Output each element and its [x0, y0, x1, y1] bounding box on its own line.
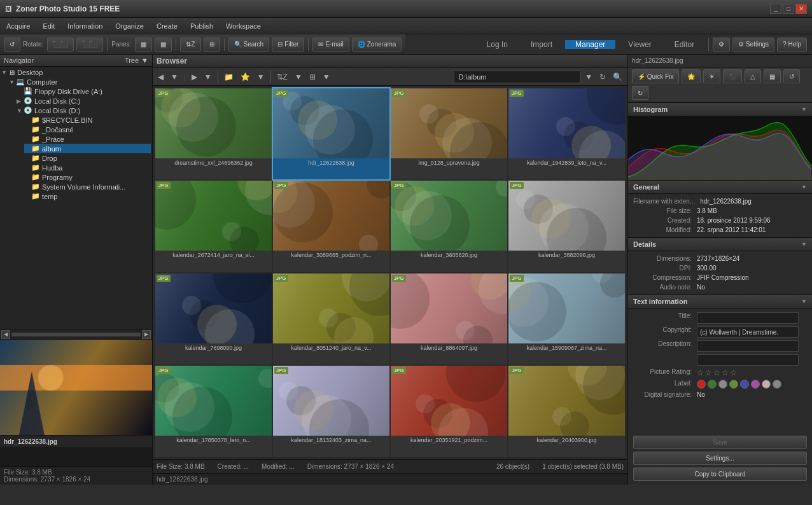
- path-input[interactable]: [454, 71, 580, 83]
- tree-item-computer[interactable]: ▼ 💻 Computer: [9, 77, 151, 86]
- star-1[interactable]: ☆: [697, 368, 704, 377]
- copyright-input[interactable]: [697, 326, 799, 338]
- rotate-button-1[interactable]: ⬛⬛: [47, 38, 74, 52]
- email-button[interactable]: ✉ E-mail: [312, 38, 349, 52]
- menu-acquire[interactable]: Acquire: [0, 18, 36, 34]
- sort-button[interactable]: ⇅Z: [180, 38, 200, 52]
- star-3[interactable]: ☆: [713, 368, 720, 377]
- folder-back-btn[interactable]: ◀: [1, 330, 10, 339]
- qf-btn7[interactable]: ↻: [632, 86, 648, 100]
- qf-btn1[interactable]: 🌟: [682, 69, 701, 83]
- label-color-green[interactable]: [708, 380, 717, 389]
- folder-dropdown2[interactable]: ▼: [255, 71, 267, 83]
- tree-item-drop[interactable]: 📁 Drop: [24, 153, 151, 163]
- tree-view-dropdown-icon[interactable]: ▼: [141, 57, 148, 64]
- thumb-kal8051240[interactable]: kalendar_8051240_jaro_na_v... JPG: [273, 273, 389, 364]
- qf-btn3[interactable]: ⚫: [723, 69, 742, 83]
- general-header[interactable]: General ▼: [628, 180, 812, 194]
- label-color-blue[interactable]: [740, 380, 749, 389]
- star-2[interactable]: ☆: [705, 368, 712, 377]
- import-button[interactable]: Import: [521, 40, 563, 49]
- thumb-kal8864097[interactable]: kalendar_8864097.jpg JPG: [391, 273, 507, 364]
- back-dropdown[interactable]: ▼: [168, 71, 181, 83]
- label-color-pink[interactable]: [762, 380, 771, 389]
- tree-item-temp[interactable]: 📁 temp: [24, 191, 151, 201]
- tree-item-diskc[interactable]: ▶ 💿 Local Disk (C:): [17, 96, 151, 106]
- thumb-kal3882096[interactable]: kalendar_3882096.jpg JPG: [508, 181, 625, 272]
- view-button[interactable]: ⊞: [204, 38, 220, 52]
- label-color-purple[interactable]: [751, 380, 760, 389]
- minimize-button[interactable]: _: [770, 4, 781, 14]
- sort-dropdown[interactable]: ▼: [292, 71, 305, 83]
- description-input[interactable]: [697, 340, 799, 352]
- search-icon-btn[interactable]: 🔍: [610, 71, 625, 83]
- maximize-button[interactable]: □: [783, 4, 794, 14]
- quick-fix-button[interactable]: ⚡ Quick Fix: [632, 69, 679, 83]
- folder-fwd-btn[interactable]: ▶: [142, 330, 151, 339]
- sort-az-button[interactable]: ⇅Z: [274, 71, 290, 83]
- tree-item-floppy[interactable]: 💾 Floppy Disk Drive (A:): [17, 86, 151, 96]
- thumb-kal20351921[interactable]: kalendar_20351921_podzim... JPG: [391, 366, 507, 457]
- tree-item-docasne[interactable]: 📁 _Dočasné: [24, 125, 151, 134]
- folder-button[interactable]: 📁: [221, 71, 236, 83]
- view-dropdown[interactable]: ▼: [320, 71, 333, 83]
- menu-edit[interactable]: Edit: [36, 18, 61, 34]
- qf-btn5[interactable]: ▦: [764, 69, 781, 83]
- histogram-header[interactable]: Histogram ▼: [628, 102, 812, 116]
- view-grid-button[interactable]: ⊞: [307, 71, 318, 83]
- refresh-button[interactable]: ↻: [597, 71, 608, 83]
- search-button[interactable]: 🔍 Search: [228, 38, 270, 52]
- tree-item-hudba[interactable]: 📁 Hudba: [24, 163, 151, 172]
- details-header[interactable]: Details ▼: [628, 237, 812, 251]
- tree-item-desktop[interactable]: ▼ 🖥 Desktop: [1, 68, 151, 77]
- thumb-img0128[interactable]: img_0128_upravena.jpg JPG: [391, 88, 507, 179]
- thumb-kal15909067[interactable]: kalendar_15909067_zima_na... JPG: [508, 273, 625, 364]
- panes-button-2[interactable]: ▦: [155, 38, 172, 52]
- label-color-red[interactable]: [697, 380, 706, 389]
- zonerama-button[interactable]: 🌐 Zonerama: [352, 38, 402, 52]
- tree-item-recycle[interactable]: 📁 $RECYCLE.BIN: [24, 115, 151, 125]
- path-dropdown[interactable]: ▼: [582, 71, 595, 83]
- tab-editor[interactable]: Editor: [664, 40, 704, 49]
- tab-viewer[interactable]: Viewer: [618, 40, 661, 49]
- label-color-olive[interactable]: [729, 380, 738, 389]
- star-5[interactable]: ☆: [730, 368, 737, 377]
- thumb-kal18132403[interactable]: kalendar_18132403_zima_na... JPG: [273, 366, 389, 457]
- rotate-left-button[interactable]: ↺: [4, 38, 20, 52]
- label-color-dark[interactable]: [773, 380, 781, 389]
- qf-btn2[interactable]: ☀: [703, 69, 720, 83]
- login-button[interactable]: Log In: [477, 40, 518, 49]
- settings-button[interactable]: ⚙ Settings: [732, 38, 774, 52]
- panes-button-1[interactable]: ▦: [135, 38, 152, 52]
- settings-menu-button[interactable]: ⚙: [713, 38, 730, 52]
- copy-to-clipboard-button[interactable]: Copy to Clipboard: [633, 467, 807, 481]
- save-button[interactable]: Save: [633, 436, 807, 449]
- tree-item-sysvolinfo[interactable]: 📁 System Volume Informati...: [24, 182, 151, 191]
- thumb-kal17850378[interactable]: kalendar_17850378_leto_n... JPG: [155, 366, 272, 457]
- qf-btn6[interactable]: ↺: [783, 69, 800, 83]
- tab-manager[interactable]: Manager: [565, 40, 615, 49]
- thumb-kal2672414[interactable]: kalendar_2672414_jaro_na_si... JPG: [155, 181, 272, 272]
- menu-organize[interactable]: Organize: [109, 18, 150, 34]
- title-input[interactable]: [697, 312, 799, 324]
- forward-dropdown[interactable]: ▼: [202, 71, 214, 83]
- tree-area[interactable]: ▼ 🖥 Desktop ▼ 💻 Computer 💾 Floppy Disk D…: [0, 67, 152, 329]
- help-button[interactable]: ? Help: [777, 38, 807, 52]
- tree-item-album[interactable]: 📁 album: [24, 144, 151, 153]
- extra-input[interactable]: [697, 354, 799, 366]
- folder-star-button[interactable]: ⭐: [238, 71, 253, 83]
- label-color-gray[interactable]: [718, 380, 727, 389]
- forward-button[interactable]: ▶: [189, 71, 200, 83]
- close-button[interactable]: ✕: [795, 4, 807, 14]
- thumb-kal3605620[interactable]: kalendar_3605620.jpg JPG: [391, 181, 507, 272]
- thumb-kal1942839[interactable]: kalendar_1942839_leto_na_v... JPG: [508, 88, 625, 179]
- back-button[interactable]: ◀: [155, 71, 166, 83]
- star-4[interactable]: ☆: [722, 368, 729, 377]
- qf-btn4[interactable]: △: [745, 69, 761, 83]
- thumb-dreamstime[interactable]: dreamstime_xxl_24696362.jpg JPG: [155, 88, 272, 179]
- filter-button[interactable]: ⊟ Filter: [272, 38, 304, 52]
- thumb-kal20403900[interactable]: kalendar_20403900.jpg JPG: [508, 366, 625, 457]
- thumb-kal3089665[interactable]: kalendar_3089665_podzim_n... JPG: [273, 181, 389, 272]
- settings-button-right[interactable]: Settings...: [633, 452, 807, 465]
- textinfo-header[interactable]: Text information ▼: [628, 294, 812, 308]
